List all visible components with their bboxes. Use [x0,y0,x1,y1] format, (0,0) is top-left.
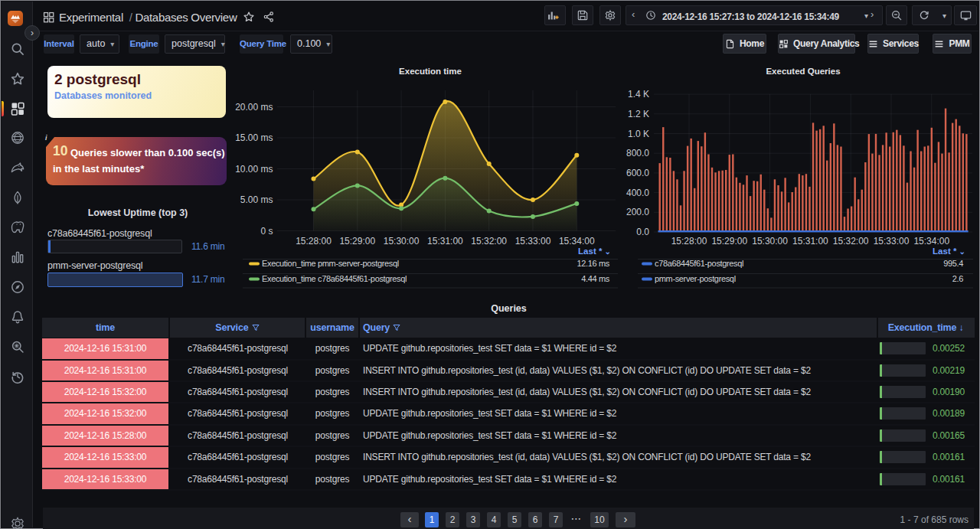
svg-text:15:31:00: 15:31:00 [792,236,828,247]
svg-text:15:34:00: 15:34:00 [559,236,595,247]
svg-text:15:34:00: 15:34:00 [913,236,949,247]
svg-text:1.2 K: 1.2 K [628,109,649,119]
svg-text:15:28:00: 15:28:00 [671,236,707,247]
svg-text:1.0 K: 1.0 K [628,129,649,139]
svg-text:15:29:00: 15:29:00 [711,236,747,247]
svg-text:1.4 K: 1.4 K [628,89,649,100]
svg-text:15:30:00: 15:30:00 [384,236,420,247]
svg-text:20.00 ms: 20.00 ms [235,102,273,113]
svg-text:c78a68445f61-postgresql: c78a68445f61-postgresql [655,259,743,268]
svg-text:15:33:00: 15:33:00 [515,236,551,247]
svg-text:15.00 ms: 15.00 ms [235,132,273,143]
svg-text:2.6: 2.6 [952,274,963,283]
svg-text:10.00 ms: 10.00 ms [235,164,273,175]
svg-text:15:33:00: 15:33:00 [874,236,910,247]
svg-text:15:29:00: 15:29:00 [339,236,375,247]
svg-text:Execution time: Execution time [399,67,462,76]
svg-text:Executed Queries: Executed Queries [766,67,840,76]
svg-text:Last * ⌄: Last * ⌄ [933,247,965,256]
svg-text:4.44 ms: 4.44 ms [581,274,610,283]
svg-text:Execution_time pmm-server-post: Execution_time pmm-server-postgresql [262,259,399,268]
svg-text:Last * ⌄: Last * ⌄ [578,247,611,256]
svg-text:15:31:00: 15:31:00 [427,236,463,247]
svg-text:15:32:00: 15:32:00 [833,236,869,247]
svg-text:0.0: 0.0 [636,227,649,237]
svg-text:400.0: 400.0 [626,188,649,198]
svg-text:pmm-server-postgresql: pmm-server-postgresql [655,274,736,283]
svg-text:15:28:00: 15:28:00 [296,236,332,247]
svg-text:800.0: 800.0 [626,148,649,158]
svg-text:12.16 ms: 12.16 ms [577,259,610,268]
svg-text:15:32:00: 15:32:00 [471,236,507,247]
svg-text:15:30:00: 15:30:00 [752,236,788,247]
svg-text:0 s: 0 s [260,226,273,237]
svg-text:600.0: 600.0 [626,168,649,178]
svg-text:Execution_time c78a68445f61-po: Execution_time c78a68445f61-postgresql [262,274,407,283]
svg-text:200.0: 200.0 [626,207,649,217]
svg-text:995.4: 995.4 [943,259,963,268]
svg-text:5.00 ms: 5.00 ms [240,194,273,205]
